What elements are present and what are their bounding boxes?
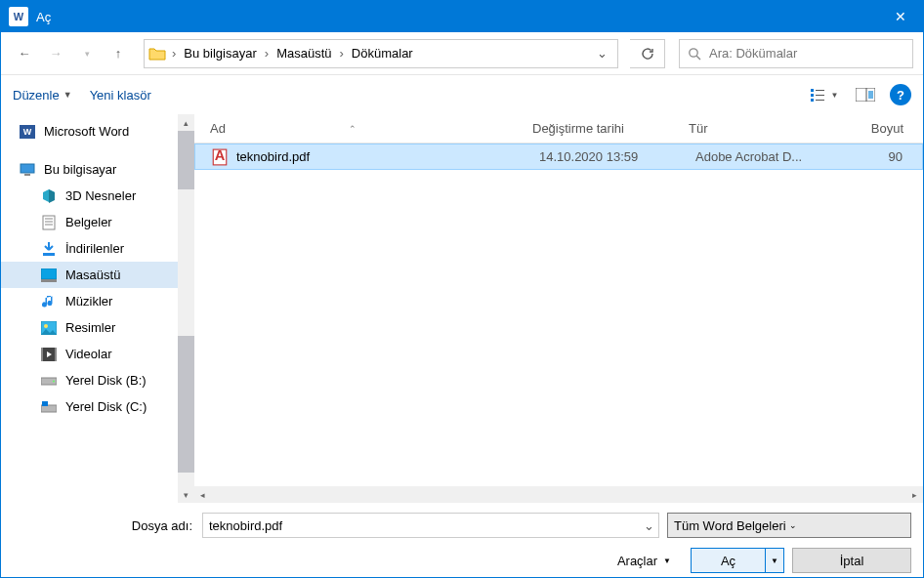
- toolbar: Düzenle▼ Yeni klasör ▼ ?: [1, 75, 923, 114]
- sidebar-item-label: Müzikler: [65, 294, 112, 309]
- downloads-icon: [40, 241, 58, 257]
- svg-rect-13: [43, 216, 55, 229]
- sidebar-item-3d[interactable]: 3D Nesneler: [1, 183, 194, 209]
- scroll-right-button[interactable]: ▸: [906, 486, 923, 503]
- search-box[interactable]: [679, 39, 913, 68]
- search-icon: [688, 47, 701, 61]
- nav-bar: ← → ▾ ↑ › Bu bilgisayar › Masaüstü › Dök…: [1, 32, 923, 75]
- organize-button[interactable]: Düzenle▼: [13, 88, 72, 103]
- svg-rect-18: [41, 268, 57, 279]
- open-dropdown[interactable]: ▼: [766, 557, 783, 565]
- scroll-down-button[interactable]: ▾: [178, 486, 194, 503]
- file-list: Ad⌃ Değiştirme tarihi Tür Boyut A teknob…: [194, 114, 923, 503]
- videos-icon: [40, 347, 58, 362]
- sidebar-root-word[interactable]: W Microsoft Word: [1, 118, 194, 144]
- sidebar-item-pc[interactable]: Bu bilgisayar: [1, 156, 194, 183]
- svg-rect-23: [41, 348, 43, 361]
- breadcrumb-folder[interactable]: Dökümalar: [350, 46, 415, 61]
- back-button[interactable]: ←: [11, 40, 38, 67]
- svg-rect-10: [868, 91, 873, 99]
- preview-pane-button[interactable]: [849, 83, 882, 106]
- svg-rect-17: [43, 253, 55, 256]
- sidebar-item-music[interactable]: Müzikler: [1, 288, 194, 314]
- sidebar-item-label: Yerel Disk (C:): [65, 399, 147, 414]
- window-title: Aç: [36, 10, 878, 24]
- sidebar-item-desktop[interactable]: Masaüstü: [1, 262, 194, 288]
- sidebar-item-disk-c[interactable]: Yerel Disk (C:): [1, 393, 194, 420]
- folder-icon: [148, 46, 166, 62]
- 3d-icon: [40, 188, 58, 204]
- sidebar-scrollbar[interactable]: ▴ ▾: [178, 114, 194, 503]
- svg-rect-3: [811, 94, 814, 97]
- file-name: teknobird.pdf: [236, 149, 539, 164]
- sidebar-item-pictures[interactable]: Resimler: [1, 314, 194, 341]
- view-options-button[interactable]: ▼: [808, 83, 841, 106]
- svg-rect-28: [42, 401, 48, 406]
- address-dropdown[interactable]: ⌄: [591, 46, 613, 61]
- column-type[interactable]: Tür: [689, 121, 835, 136]
- pdf-icon: A: [211, 148, 229, 166]
- svg-point-21: [44, 324, 48, 328]
- breadcrumb-desktop[interactable]: Masaüstü: [274, 46, 333, 61]
- scroll-thumb[interactable]: [178, 336, 194, 473]
- open-button[interactable]: Aç ▼: [691, 548, 784, 573]
- sidebar: W Microsoft Word Bu bilgisayar 3D Nesnel…: [1, 114, 194, 503]
- file-modified: 14.10.2020 13:59: [539, 149, 695, 164]
- refresh-button[interactable]: [630, 39, 665, 68]
- sidebar-item-disk-b[interactable]: Yerel Disk (B:): [1, 367, 194, 393]
- filename-input[interactable]: [202, 513, 659, 538]
- sidebar-item-videos[interactable]: Videolar: [1, 341, 194, 367]
- svg-rect-11: [21, 164, 34, 173]
- desktop-icon: [40, 268, 58, 283]
- new-folder-button[interactable]: Yeni klasör: [90, 88, 151, 103]
- svg-rect-27: [41, 405, 57, 412]
- recent-dropdown[interactable]: ▾: [73, 40, 101, 67]
- tools-button[interactable]: Araçlar▼: [617, 554, 671, 568]
- docs-icon: [40, 215, 58, 230]
- svg-rect-19: [41, 279, 57, 282]
- help-button[interactable]: ?: [890, 84, 911, 105]
- sidebar-item-downloads[interactable]: İndirilenler: [1, 235, 194, 262]
- svg-rect-4: [811, 99, 814, 102]
- address-bar[interactable]: › Bu bilgisayar › Masaüstü › Dökümalar ⌄: [144, 39, 618, 68]
- sidebar-item-label: Bu bilgisayar: [44, 162, 116, 177]
- svg-line-1: [696, 56, 700, 60]
- column-size[interactable]: Boyut: [835, 121, 923, 136]
- disk-win-icon: [40, 399, 58, 415]
- sidebar-item-label: İndirilenler: [65, 241, 124, 256]
- file-type: Adobe Acrobat D...: [695, 149, 842, 164]
- content-h-scrollbar[interactable]: ◂ ▸: [194, 486, 923, 503]
- sidebar-item-docs[interactable]: Belgeler: [1, 209, 194, 235]
- refresh-icon: [641, 47, 654, 61]
- scroll-left-button[interactable]: ◂: [194, 486, 211, 503]
- search-input[interactable]: [709, 46, 904, 61]
- pc-icon: [19, 162, 36, 178]
- word-icon: W: [9, 7, 28, 26]
- svg-rect-24: [55, 348, 57, 361]
- disk-icon: [40, 373, 58, 389]
- up-button[interactable]: ↑: [105, 40, 132, 67]
- filename-dropdown[interactable]: ⌄: [638, 513, 659, 538]
- column-name[interactable]: Ad⌃: [210, 121, 532, 136]
- preview-icon: [856, 88, 875, 102]
- sidebar-item-label: Belgeler: [65, 215, 112, 229]
- column-modified[interactable]: Değiştirme tarihi: [532, 121, 689, 136]
- sidebar-item-label: Yerel Disk (B:): [65, 373, 147, 388]
- file-filter-dropdown[interactable]: Tüm Word Belgeleri ⌄: [667, 513, 911, 538]
- cancel-button[interactable]: İptal: [792, 548, 911, 573]
- breadcrumb-sep: ›: [340, 46, 344, 61]
- sidebar-item-label: 3D Nesneler: [65, 188, 136, 203]
- breadcrumb-sep: ›: [265, 46, 269, 61]
- scroll-up-button[interactable]: ▴: [178, 114, 194, 131]
- scroll-thumb[interactable]: [178, 131, 194, 189]
- close-button[interactable]: ✕: [878, 1, 923, 32]
- music-icon: [40, 294, 58, 310]
- forward-button[interactable]: →: [42, 40, 69, 67]
- file-row[interactable]: A teknobird.pdf 14.10.2020 13:59 Adobe A…: [194, 144, 923, 170]
- svg-text:A: A: [215, 148, 226, 163]
- file-filter-label: Tüm Word Belgeleri: [674, 518, 789, 533]
- svg-rect-2: [811, 89, 814, 92]
- pictures-icon: [40, 320, 58, 336]
- svg-point-26: [53, 380, 55, 382]
- breadcrumb-pc[interactable]: Bu bilgisayar: [182, 46, 258, 61]
